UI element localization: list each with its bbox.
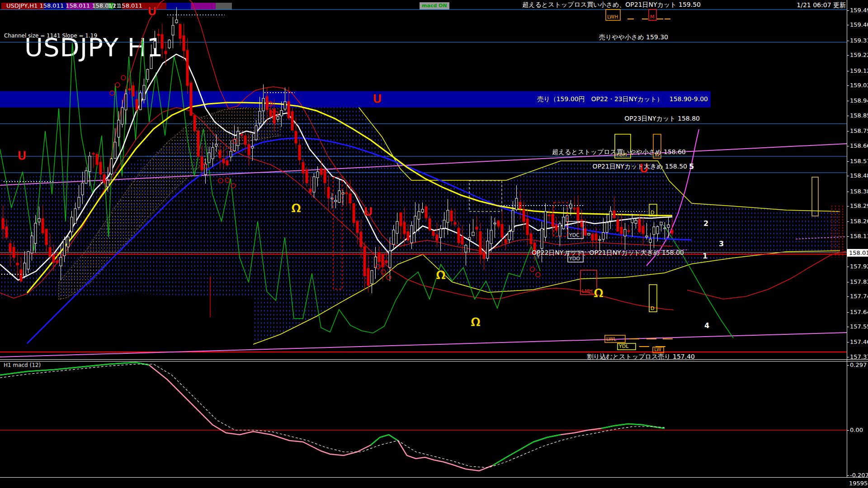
candle-body bbox=[646, 236, 648, 237]
candle-body bbox=[414, 216, 416, 232]
candle-body bbox=[443, 220, 445, 228]
candle-body bbox=[635, 221, 637, 224]
axis-label: 158.295 bbox=[850, 202, 868, 209]
macd-green-segment bbox=[371, 435, 398, 445]
candle-body bbox=[555, 225, 557, 230]
candle-body bbox=[255, 126, 257, 140]
candle-body bbox=[541, 228, 543, 249]
candle-body bbox=[320, 169, 322, 174]
candle-body bbox=[291, 112, 293, 131]
panel-separator-bottom[interactable] bbox=[0, 361, 868, 361]
candle-body bbox=[537, 251, 539, 256]
candle-body bbox=[45, 229, 47, 245]
mt4-chart-window: USDJPY H1 LWHMYDHWYDCYDODDLMHLWLYDLLWUUU… bbox=[0, 0, 868, 488]
wave-count-number: 2 bbox=[703, 219, 708, 228]
candle-body bbox=[479, 232, 481, 254]
candle-body bbox=[421, 209, 424, 212]
candle-body bbox=[624, 230, 626, 236]
marker-box-label: YDL bbox=[618, 343, 629, 349]
candle-body bbox=[367, 268, 369, 286]
candle-body bbox=[259, 111, 261, 123]
macd-indicator-label: H1 macd (12) bbox=[4, 362, 41, 368]
candle-body bbox=[458, 228, 460, 243]
candle-body bbox=[262, 99, 264, 111]
candle-body bbox=[483, 252, 485, 258]
marker-box-label: LWL bbox=[606, 336, 617, 342]
candle-body bbox=[248, 145, 250, 155]
candle-body bbox=[573, 208, 576, 209]
candle-body bbox=[110, 159, 113, 174]
panel-separator-top[interactable] bbox=[0, 359, 868, 360]
main-chart-svg[interactable]: LWHMYDHWYDCYDODDLMHLWLYDLLWUUUUUΩΩΩΩ5231… bbox=[0, 0, 847, 360]
candle-body bbox=[150, 56, 152, 69]
candle-body bbox=[327, 188, 330, 198]
candle-body bbox=[193, 115, 196, 131]
candle-body bbox=[5, 227, 8, 237]
candle-body bbox=[656, 226, 659, 234]
candle-body bbox=[335, 200, 337, 202]
candle-body bbox=[613, 211, 615, 218]
candle-body bbox=[269, 110, 272, 117]
macd-green-segment bbox=[493, 435, 561, 465]
candle-body bbox=[280, 111, 283, 116]
candle-body bbox=[562, 217, 565, 229]
horseshoe-yellow-icon: Ω bbox=[436, 268, 446, 282]
candle-body bbox=[67, 237, 69, 247]
candle-body bbox=[81, 183, 84, 195]
axis-label: 157.645 bbox=[850, 309, 868, 315]
candle-body bbox=[215, 144, 217, 146]
candle-body bbox=[241, 135, 243, 136]
candle-body bbox=[418, 211, 420, 219]
axis-label: 158.940 bbox=[850, 97, 868, 104]
marker-box-label: YDO bbox=[569, 256, 580, 262]
axis-label: 158.850 bbox=[850, 112, 868, 119]
candle-body bbox=[316, 172, 319, 178]
candle-body bbox=[42, 219, 44, 233]
axis-label: 158.755 bbox=[850, 127, 868, 134]
candle-body bbox=[508, 231, 510, 239]
axis-label: 159.310 bbox=[850, 37, 868, 44]
candle-body bbox=[298, 145, 301, 160]
candle-body bbox=[494, 223, 496, 224]
channel-line-bottom bbox=[0, 333, 847, 357]
candle-body bbox=[660, 222, 662, 225]
candle-body bbox=[400, 213, 402, 226]
candle-body bbox=[584, 229, 586, 235]
candle-body bbox=[345, 192, 348, 194]
candle-body bbox=[476, 227, 478, 230]
channel-line-top bbox=[0, 144, 847, 185]
macd-green-segment bbox=[601, 424, 665, 428]
axis-label: 157.830 bbox=[850, 278, 868, 285]
axis-label: 159.035 bbox=[850, 82, 868, 89]
axis-label: 157.555 bbox=[850, 323, 868, 330]
candle-body bbox=[465, 245, 467, 252]
candle-body bbox=[378, 253, 380, 262]
marker-box-label: YDH bbox=[616, 152, 627, 158]
candle-body bbox=[38, 218, 40, 222]
candle-body bbox=[425, 206, 427, 218]
candle-body bbox=[667, 225, 670, 228]
candle-body bbox=[461, 236, 463, 244]
horseshoe-yellow-icon: Ω bbox=[471, 315, 481, 329]
candle-body bbox=[128, 89, 131, 90]
axis-label: 158.570 bbox=[850, 158, 868, 164]
axis-label: 0.297 bbox=[850, 361, 867, 368]
marker-box-label: D bbox=[651, 305, 654, 311]
u-turn-red-icon: U bbox=[17, 149, 27, 163]
candle-body bbox=[266, 97, 268, 110]
candle-body bbox=[486, 241, 489, 258]
candle-body bbox=[638, 220, 641, 232]
macd-signal-line bbox=[0, 364, 665, 468]
macd-panel-svg[interactable] bbox=[0, 361, 847, 477]
macd-main-line bbox=[0, 362, 665, 471]
candle-body bbox=[49, 248, 51, 257]
axis-label: 159.125 bbox=[850, 67, 868, 74]
sell-zone-band bbox=[0, 91, 711, 108]
last-tick-time: 195959 bbox=[849, 480, 868, 487]
candle-body bbox=[251, 146, 254, 148]
candle-body bbox=[353, 203, 355, 223]
channel-info-label: Channel size = 1141 Slope = 1.19 bbox=[4, 33, 97, 39]
candle-body bbox=[580, 220, 583, 227]
candle-body bbox=[103, 174, 105, 183]
candle-body bbox=[436, 235, 438, 240]
